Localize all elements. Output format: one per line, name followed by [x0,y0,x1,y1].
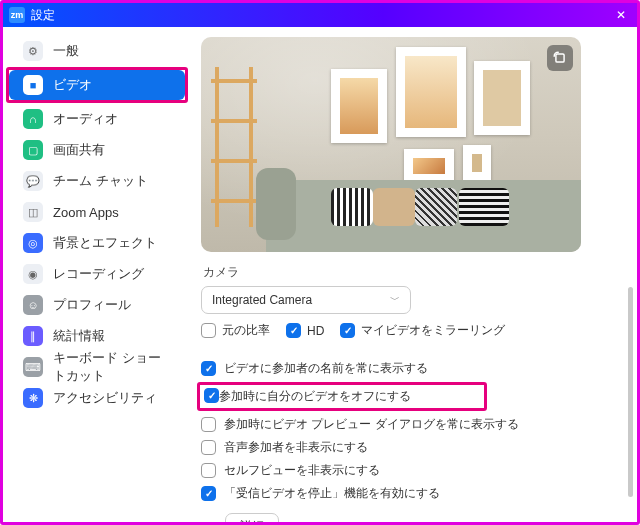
chevron-down-icon: ﹀ [390,293,400,307]
sidebar-item-label: アクセシビリティ [53,389,157,407]
sidebar-icon: ◎ [23,233,43,253]
sidebar-icon: ◫ [23,202,43,222]
hd-checkbox[interactable]: HD [286,323,324,338]
sidebar-item-label: ビデオ [53,76,92,94]
sidebar-item-label: レコーディング [53,265,144,283]
sidebar-item[interactable]: ∥統計情報 [9,321,185,351]
sidebar-icon: ⌨ [23,357,43,377]
option-label: ビデオに参加者の名前を常に表示する [224,360,428,377]
option-label: 音声参加者を非表示にする [224,439,368,456]
titlebar: zm 設定 ✕ [3,3,637,27]
checkbox[interactable] [201,463,216,478]
sidebar: ⚙一般■ビデオ∩オーディオ▢画面共有💬チーム チャット◫Zoom Apps◎背景… [3,27,191,522]
sidebar-item-label: 一般 [53,42,79,60]
camera-select[interactable]: Integrated Camera ﹀ [201,286,411,314]
sidebar-icon: ⚙ [23,41,43,61]
content-pane: カメラ Integrated Camera ﹀ 元の比率 HD マイビデオをミラ… [191,27,637,522]
sidebar-icon: 💬 [23,171,43,191]
option-label: 参加時にビデオ プレビュー ダイアログを常に表示する [224,416,519,433]
checkbox[interactable] [204,388,219,403]
sidebar-item[interactable]: ▢画面共有 [9,135,185,165]
option-row[interactable]: ビデオに参加者の名前を常に表示する [201,357,619,380]
sidebar-item-label: オーディオ [53,110,118,128]
sidebar-item-label: 背景とエフェクト [53,234,157,252]
checkbox[interactable] [201,417,216,432]
sidebar-item[interactable]: ⌨キーボード ショートカット [9,352,185,382]
sidebar-item[interactable]: ∩オーディオ [9,104,185,134]
mirror-checkbox[interactable]: マイビデオをミラーリング [340,322,505,339]
sidebar-icon: ∥ [23,326,43,346]
sidebar-item[interactable]: 💬チーム チャット [9,166,185,196]
shelf-decor [211,67,257,227]
option-row[interactable]: 参加時にビデオ プレビュー ダイアログを常に表示する [201,413,619,436]
details-button[interactable]: 詳細 [225,513,279,522]
sidebar-item[interactable]: ◎背景とエフェクト [9,228,185,258]
sidebar-icon: ◉ [23,264,43,284]
option-row[interactable]: 「受信ビデオを停止」機能を有効にする [201,482,619,505]
ratio-checkbox[interactable]: 元の比率 [201,322,270,339]
checkbox[interactable] [201,486,216,501]
sidebar-item-label: チーム チャット [53,172,148,190]
option-row[interactable]: セルフビューを非表示にする [201,459,619,482]
sidebar-icon: ▢ [23,140,43,160]
checkbox[interactable] [201,361,216,376]
sidebar-icon: ■ [23,75,43,95]
sidebar-item[interactable]: ⚙一般 [9,36,185,66]
sidebar-item-label: プロフィール [53,296,131,314]
checkbox[interactable] [201,440,216,455]
sidebar-item[interactable]: ❋アクセシビリティ [9,383,185,413]
sidebar-item[interactable]: ■ビデオ [9,70,185,100]
sidebar-item[interactable]: ☺プロフィール [9,290,185,320]
window-title: 設定 [31,7,611,24]
sidebar-icon: ☺ [23,295,43,315]
sidebar-item-label: キーボード ショートカット [53,349,171,385]
option-label: 「受信ビデオを停止」機能を有効にする [224,485,440,502]
highlight-box: 参加時に自分のビデオをオフにする [197,382,487,411]
sidebar-item-label: Zoom Apps [53,205,119,220]
sidebar-item[interactable]: ◫Zoom Apps [9,197,185,227]
video-preview [201,37,581,252]
video-options: ビデオに参加者の名前を常に表示する参加時に自分のビデオをオフにする参加時にビデオ… [201,357,619,505]
camera-label: カメラ [203,264,619,281]
sidebar-item-label: 画面共有 [53,141,105,159]
svg-rect-0 [556,54,564,62]
close-icon[interactable]: ✕ [611,8,631,22]
sidebar-icon: ❋ [23,388,43,408]
sidebar-icon: ∩ [23,109,43,129]
option-row[interactable]: 音声参加者を非表示にする [201,436,619,459]
rotate-button[interactable] [547,45,573,71]
camera-selected: Integrated Camera [212,293,312,307]
app-icon: zm [9,7,25,23]
option-label: セルフビューを非表示にする [224,462,380,479]
sidebar-item-label: 統計情報 [53,327,105,345]
highlight-box: ■ビデオ [6,67,188,103]
option-label: 参加時に自分のビデオをオフにする [219,388,411,405]
sidebar-item[interactable]: ◉レコーディング [9,259,185,289]
scrollbar[interactable] [628,287,633,497]
option-row[interactable]: 参加時に自分のビデオをオフにする [201,380,619,413]
